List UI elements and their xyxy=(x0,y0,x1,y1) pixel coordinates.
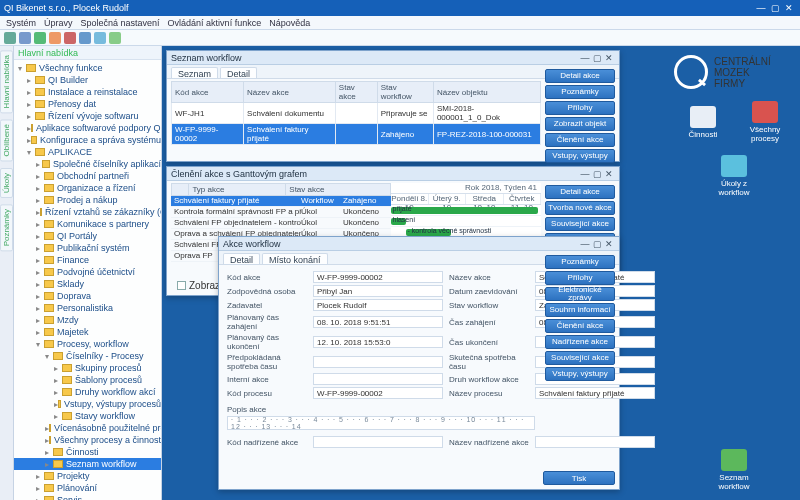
menu-item[interactable]: Úpravy xyxy=(44,18,73,28)
tree-node[interactable]: ▸Činnosti xyxy=(14,446,161,458)
panel-actions: PoznámkyPřílohyElektronické zprávySouhrn… xyxy=(543,253,617,383)
nav-tree[interactable]: ▾Všechny funkce▸QI Builder▸Instalace a r… xyxy=(14,60,161,500)
ruler: · 1 · · · 2 · · · 3 · · · 4 · · · 5 · · … xyxy=(227,416,535,430)
tree-node[interactable]: ▸Konfigurace a správa systému xyxy=(14,134,161,146)
menu-item[interactable]: Nápověda xyxy=(269,18,310,28)
kod-field[interactable]: W-FP-9999-00002 xyxy=(313,271,443,283)
tree-node[interactable]: ▸Mzdy xyxy=(14,314,161,326)
tool-icon[interactable] xyxy=(79,32,91,44)
workflow-grid[interactable]: Kód akceNázev akceStav akceStav workflow… xyxy=(171,81,541,145)
sidebar-header: Hlavní nabídka xyxy=(14,46,161,60)
menu-item[interactable]: Společná nastavení xyxy=(81,18,160,28)
tree-node[interactable]: ▸Majetek xyxy=(14,326,161,338)
tree-node[interactable]: ▸Řízení vývoje softwaru xyxy=(14,110,161,122)
minimize-icon[interactable]: — xyxy=(754,3,768,13)
tree-node[interactable]: ▸Personalistika xyxy=(14,302,161,314)
tile-ukoly[interactable]: Úkoly z workflow xyxy=(706,152,762,200)
maximize-icon[interactable]: ▢ xyxy=(768,3,782,13)
tree-node[interactable]: ▸Skupiny procesů xyxy=(14,362,161,374)
action-button[interactable]: Poznámky xyxy=(545,255,615,269)
tree-node[interactable]: ▸Obchodní partneři xyxy=(14,170,161,182)
tool-icon[interactable] xyxy=(49,32,61,44)
min-icon[interactable]: — xyxy=(579,239,591,249)
tree-node[interactable]: ▸Přenosy dat xyxy=(14,98,161,110)
tree-node[interactable]: ▸Sklady xyxy=(14,278,161,290)
action-button[interactable]: Související akce xyxy=(545,217,615,231)
tree-node[interactable]: ▸Seznam workflow xyxy=(14,458,161,470)
tree-node[interactable]: ▸QI Builder xyxy=(14,74,161,86)
tool-icon[interactable] xyxy=(19,32,31,44)
tool-icon[interactable] xyxy=(64,32,76,44)
tree-node[interactable]: ▸Plánování xyxy=(14,482,161,494)
tree-node[interactable]: ▸Doprava xyxy=(14,290,161,302)
close-icon[interactable]: ✕ xyxy=(782,3,796,13)
tree-node[interactable]: ▸Vícenásobně použitelné procesy xyxy=(14,422,161,434)
action-button[interactable]: Poznámky xyxy=(545,85,615,99)
tree-node[interactable]: ▸Publikační systém xyxy=(14,242,161,254)
tree-node[interactable]: ▾Všechny funkce xyxy=(14,62,161,74)
tool-icon[interactable] xyxy=(34,32,46,44)
close-icon[interactable]: ✕ xyxy=(603,239,615,249)
close-icon[interactable]: ✕ xyxy=(603,53,615,63)
tab-detail[interactable]: Detail xyxy=(220,67,257,78)
tree-node[interactable]: ▸Komunikace s partnery xyxy=(14,218,161,230)
tool-icon[interactable] xyxy=(94,32,106,44)
right-shelf: CENTRÁLNÍMOZEKFIRMY Činnosti Všechny pro… xyxy=(668,46,800,500)
action-button[interactable]: Členění akce xyxy=(545,133,615,147)
tree-node[interactable]: ▸Stavy workflow xyxy=(14,410,161,422)
tree-node[interactable]: ▸Podvojné účetnictví xyxy=(14,266,161,278)
tree-node[interactable]: ▸Prodej a nákup xyxy=(14,194,161,206)
tree-node[interactable]: ▸Všechny procesy a činnosti xyxy=(14,434,161,446)
action-button[interactable]: Detail akce xyxy=(545,185,615,199)
tree-node[interactable]: ▸Projekty xyxy=(14,470,161,482)
tree-node[interactable]: ▸Vstupy, výstupy procesů xyxy=(14,398,161,410)
action-button[interactable]: Související akce xyxy=(545,351,615,365)
tree-node[interactable]: ▸Organizace a řízení xyxy=(14,182,161,194)
tree-node[interactable]: ▸QI Portály xyxy=(14,230,161,242)
tab-misto[interactable]: Místo konání xyxy=(262,253,328,264)
min-icon[interactable]: — xyxy=(579,169,591,179)
menubar: Systém Úpravy Společná nastavení Ovládán… xyxy=(0,16,800,30)
rail-tab[interactable]: Úkoly xyxy=(0,168,13,198)
min-icon[interactable]: — xyxy=(579,53,591,63)
action-button[interactable]: Detail akce xyxy=(545,69,615,83)
tile-cinnosti[interactable]: Činnosti xyxy=(675,98,731,146)
action-button[interactable]: Elektronické zprávy xyxy=(545,287,615,301)
action-button[interactable]: Nadřízené akce xyxy=(545,335,615,349)
rail-tab[interactable]: Poznámky xyxy=(0,204,13,251)
max-icon[interactable]: ▢ xyxy=(591,53,603,63)
tree-node[interactable]: ▸Společné číselníky aplikací xyxy=(14,158,161,170)
tab-detail[interactable]: Detail xyxy=(223,253,260,264)
tree-node[interactable]: ▸Šablony procesů xyxy=(14,374,161,386)
tool-icon[interactable] xyxy=(4,32,16,44)
close-icon[interactable]: ✕ xyxy=(603,169,615,179)
tree-node[interactable]: ▸Řízení vztahů se zákazníky (CRM) xyxy=(14,206,161,218)
tree-node[interactable]: ▾Číselníky - Procesy xyxy=(14,350,161,362)
tree-node[interactable]: ▸Instalace a reinstalace xyxy=(14,86,161,98)
action-button[interactable]: Vstupy, výstupy xyxy=(545,367,615,381)
tile-seznam-wf[interactable]: Seznam workflow xyxy=(706,446,762,494)
tree-node[interactable]: ▸Servis xyxy=(14,494,161,500)
tree-node[interactable]: ▸Finance xyxy=(14,254,161,266)
tree-node[interactable]: ▸Druhy workflow akcí xyxy=(14,386,161,398)
tree-node[interactable]: ▸Aplikace softwarové podpory QI xyxy=(14,122,161,134)
tile-procesy[interactable]: Všechny procesy xyxy=(737,98,793,146)
action-button[interactable]: Přílohy xyxy=(545,271,615,285)
print-button[interactable]: Tisk xyxy=(543,471,615,485)
tree-node[interactable]: ▾Procesy, workflow xyxy=(14,338,161,350)
action-button[interactable]: Tvorba nové akce xyxy=(545,201,615,215)
max-icon[interactable]: ▢ xyxy=(591,239,603,249)
action-button[interactable]: Zobrazit objekt xyxy=(545,117,615,131)
action-button[interactable]: Členění akce xyxy=(545,319,615,333)
menu-item[interactable]: Systém xyxy=(6,18,36,28)
tree-node[interactable]: ▾APLIKACE xyxy=(14,146,161,158)
tab-seznam[interactable]: Seznam xyxy=(171,67,218,78)
action-button[interactable]: Souhrn informací xyxy=(545,303,615,317)
action-button[interactable]: Přílohy xyxy=(545,101,615,115)
rail-tab[interactable]: Oblíbené xyxy=(0,119,13,161)
action-button[interactable]: Vstupy, výstupy xyxy=(545,149,615,163)
max-icon[interactable]: ▢ xyxy=(591,169,603,179)
rail-tab[interactable]: Hlavní nabídka xyxy=(0,50,13,113)
tool-icon[interactable] xyxy=(109,32,121,44)
menu-item[interactable]: Ovládání aktivní funkce xyxy=(168,18,262,28)
